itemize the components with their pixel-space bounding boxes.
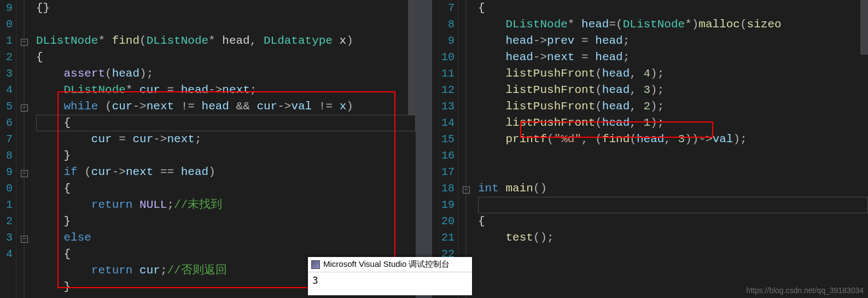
- line-number: 9: [432, 33, 455, 49]
- code-line[interactable]: cur = cur->next;: [36, 131, 416, 148]
- line-number: 5: [0, 98, 13, 115]
- console-icon: [311, 260, 320, 269]
- code-line[interactable]: DListNode* cur = head->next;: [36, 82, 416, 98]
- line-number: 4: [0, 246, 13, 262]
- line-number: 4: [0, 82, 13, 98]
- line-number: 14: [432, 115, 455, 131]
- line-number: 1: [0, 197, 13, 213]
- line-number: 20: [432, 213, 455, 230]
- fold-column-right: −: [458, 0, 474, 298]
- line-number: 1: [0, 33, 13, 49]
- right-editor-pane: 78910111213141516171819202122 − { DListN…: [432, 0, 868, 298]
- fold-toggle[interactable]: −: [21, 170, 28, 177]
- line-number: 11: [432, 66, 455, 82]
- code-line[interactable]: listPushFront(head, 4);: [478, 66, 868, 82]
- fold-toggle[interactable]: −: [21, 236, 28, 243]
- code-line[interactable]: head->prev = head;: [478, 33, 868, 49]
- code-line[interactable]: [478, 164, 868, 180]
- code-line[interactable]: {: [478, 0, 868, 16]
- line-number: 0: [0, 180, 13, 197]
- fold-toggle[interactable]: −: [21, 39, 28, 46]
- line-number: 3: [0, 230, 13, 246]
- code-line[interactable]: DListNode* head=(DListNode*)malloc(sizeo: [478, 16, 868, 33]
- line-number: 16: [432, 148, 455, 164]
- code-line[interactable]: [478, 246, 868, 262]
- code-line[interactable]: [36, 16, 416, 33]
- line-number: 8: [432, 16, 455, 33]
- code-line[interactable]: [478, 197, 868, 213]
- code-line[interactable]: {}: [36, 0, 416, 16]
- scrollbar-thumb-left[interactable]: [408, 0, 416, 115]
- line-number: 8: [0, 148, 13, 164]
- line-number: 3: [0, 66, 13, 82]
- code-line[interactable]: printf("%d", (find(head, 3))->val);: [478, 131, 868, 148]
- fold-column-left: −−−−: [16, 0, 32, 298]
- code-line[interactable]: listPushFront(head, 2);: [478, 98, 868, 115]
- line-number: 9: [0, 0, 13, 16]
- code-line[interactable]: {: [36, 49, 416, 66]
- line-number: 2: [0, 213, 13, 230]
- line-number: 6: [0, 115, 13, 131]
- code-line[interactable]: listPushFront(head, 3);: [478, 82, 868, 98]
- code-line[interactable]: if (cur->next == head): [36, 164, 416, 180]
- pane-divider[interactable]: [416, 0, 432, 298]
- line-number: 7: [0, 131, 13, 148]
- line-number: 10: [432, 49, 455, 66]
- line-number-gutter-left: 9012345678901234: [0, 0, 16, 298]
- line-number: 15: [432, 131, 455, 148]
- code-line[interactable]: }: [36, 213, 416, 230]
- code-line[interactable]: {: [36, 180, 416, 197]
- line-number: 2: [0, 49, 13, 66]
- code-line[interactable]: test();: [478, 230, 868, 246]
- line-number: 12: [432, 82, 455, 98]
- line-number: 21: [432, 230, 455, 246]
- code-line[interactable]: head->next = head;: [478, 49, 868, 66]
- scrollbar-thumb-right[interactable]: [860, 0, 868, 55]
- debug-console-title: Microsoft Visual Studio 调试控制台: [323, 259, 450, 270]
- line-number: 7: [432, 0, 455, 16]
- code-line[interactable]: DListNode* find(DListNode* head, DLdatat…: [36, 33, 416, 49]
- debug-console-output: 3: [308, 272, 472, 288]
- debug-console-titlebar[interactable]: Microsoft Visual Studio 调试控制台: [308, 257, 472, 272]
- left-editor-pane: 9012345678901234 −−−− {}DListNode* find(…: [0, 0, 416, 298]
- fold-toggle[interactable]: −: [463, 186, 470, 194]
- code-line[interactable]: int main(): [478, 180, 868, 197]
- code-line[interactable]: {: [36, 115, 416, 131]
- code-line[interactable]: listPushFront(head, 1);: [478, 115, 868, 131]
- line-number: 19: [432, 197, 455, 213]
- code-line[interactable]: else: [36, 230, 416, 246]
- code-line[interactable]: assert(head);: [36, 66, 416, 82]
- line-number: 9: [0, 164, 13, 180]
- code-line[interactable]: while (cur->next != head && cur->val != …: [36, 98, 416, 115]
- code-line[interactable]: }: [36, 148, 416, 164]
- code-line[interactable]: [478, 148, 868, 164]
- line-number: 0: [0, 16, 13, 33]
- line-number: 13: [432, 98, 455, 115]
- code-line[interactable]: {: [478, 213, 868, 230]
- code-area-left[interactable]: {}DListNode* find(DListNode* head, DLdat…: [32, 0, 416, 298]
- fold-toggle[interactable]: −: [21, 104, 28, 112]
- line-number: 17: [432, 164, 455, 180]
- watermark-text: https://blog.csdn.net/qq_39183034: [746, 286, 864, 295]
- debug-console-window[interactable]: Microsoft Visual Studio 调试控制台 3: [308, 257, 472, 295]
- code-line[interactable]: return NULL;//未找到: [36, 197, 416, 213]
- line-number-gutter-right: 78910111213141516171819202122: [432, 0, 458, 298]
- line-number: 18: [432, 180, 455, 197]
- code-area-right[interactable]: { DListNode* head=(DListNode*)malloc(siz…: [474, 0, 868, 298]
